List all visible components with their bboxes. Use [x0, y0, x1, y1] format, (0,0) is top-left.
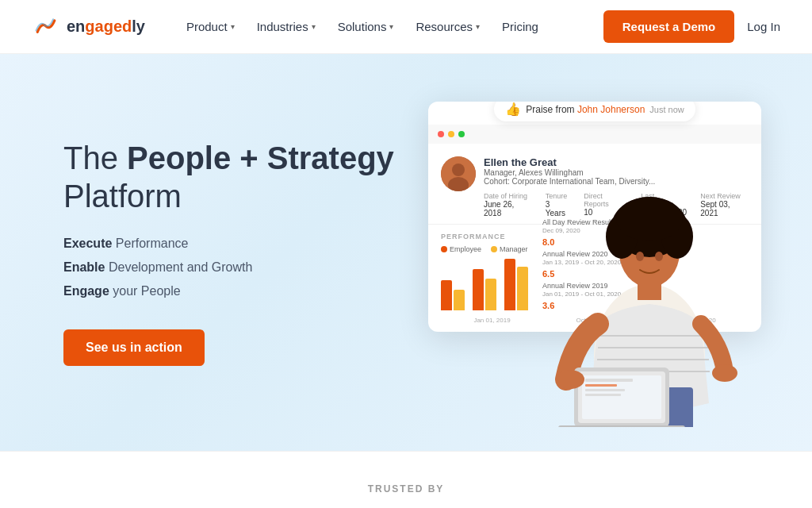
legend-employee: Employee	[441, 245, 481, 253]
hero-points: Execute Performance Enable Development a…	[63, 234, 396, 301]
bar-manager-2	[485, 279, 496, 310]
svg-point-1	[452, 164, 465, 176]
legend-manager-dot	[491, 246, 497, 252]
nav-industries[interactable]: Industries ▾	[247, 13, 325, 40]
svg-rect-20	[585, 389, 625, 391]
praise-name: John Johnerson	[577, 104, 645, 115]
maximize-dot	[458, 131, 465, 137]
praise-banner: 👍 Praise from John Johnerson Just now	[494, 102, 695, 121]
hero-section: The People + StrategyPlatform Execute Pe…	[0, 54, 812, 451]
avatar	[441, 156, 476, 191]
logo-icon	[32, 16, 60, 38]
chart-group-2	[473, 269, 496, 310]
meta-hire-date: Date of Hiring June 26, 2018	[484, 192, 533, 217]
svg-rect-18	[585, 379, 633, 382]
hero-title: The People + StrategyPlatform	[63, 139, 396, 215]
hero-point-1: Execute Performance	[63, 234, 396, 253]
chevron-down-icon: ▾	[476, 22, 480, 31]
svg-rect-19	[585, 384, 617, 387]
bar-manager-1	[454, 290, 465, 310]
svg-rect-17	[582, 375, 661, 419]
hero-point-2: Enable Development and Growth	[63, 258, 396, 277]
thumbs-up-icon: 👍	[505, 102, 521, 117]
praise-time: Just now	[649, 105, 684, 114]
legend-manager: Manager	[491, 245, 528, 253]
minimize-dot	[448, 131, 454, 137]
nav-links: Product ▾ Industries ▾ Solutions ▾ Resou…	[177, 13, 603, 40]
nav-resources[interactable]: Resources ▾	[406, 13, 489, 40]
legend-employee-dot	[441, 246, 447, 252]
hero-visual: 👍 Praise from John Johnerson Just now	[396, 86, 749, 419]
chevron-down-icon: ▾	[231, 22, 235, 31]
request-demo-button[interactable]: Request a Demo	[603, 10, 735, 43]
svg-point-23	[712, 364, 737, 382]
nav-actions: Request a Demo Log In	[603, 10, 780, 43]
bar-employee-1	[441, 280, 452, 310]
praise-text: Praise from John Johnerson	[526, 104, 645, 115]
svg-rect-21	[585, 394, 621, 396]
logo-text: engagedly	[67, 17, 145, 36]
chart-group-1	[441, 280, 465, 310]
svg-point-10	[616, 197, 683, 241]
hero-person-image	[527, 133, 764, 435]
hero-content: The People + StrategyPlatform Execute Pe…	[63, 139, 396, 366]
close-dot	[438, 131, 444, 137]
svg-point-12	[655, 252, 663, 261]
trusted-label: TRUSTED BY	[63, 483, 749, 495]
bar-employee-3	[504, 259, 515, 310]
nav-pricing[interactable]: Pricing	[492, 13, 548, 40]
svg-rect-13	[638, 281, 661, 300]
bar-employee-2	[473, 269, 484, 310]
logo[interactable]: engagedly	[32, 16, 145, 38]
hero-point-3: Engage your People	[63, 282, 396, 301]
nav-product[interactable]: Product ▾	[177, 13, 244, 40]
nav-solutions[interactable]: Solutions ▾	[328, 13, 404, 40]
login-button[interactable]: Log In	[747, 20, 780, 33]
svg-rect-16	[558, 425, 685, 427]
svg-point-11	[636, 252, 644, 261]
chevron-down-icon: ▾	[312, 22, 316, 31]
svg-point-22	[556, 370, 584, 389]
chart-group-3	[504, 259, 528, 310]
chevron-down-icon: ▾	[389, 22, 393, 31]
trusted-section: TRUSTED BY upwork BRINKS ✳ coupa	[0, 451, 812, 508]
see-in-action-button[interactable]: See us in action	[63, 329, 205, 366]
navbar: engagedly Product ▾ Industries ▾ Solutio…	[0, 0, 812, 54]
